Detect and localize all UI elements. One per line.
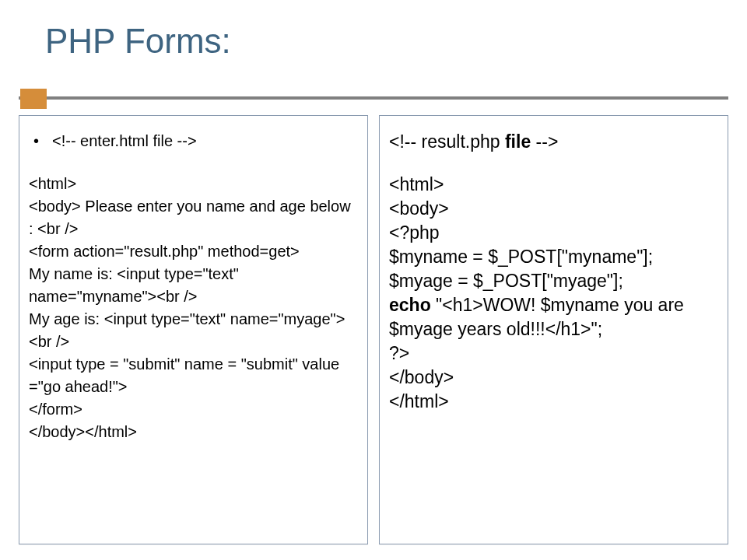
code-line: My name is: <input type="text" name="myn…: [29, 263, 358, 308]
code-line: </body>: [389, 366, 718, 390]
code-line: ?>: [389, 341, 718, 366]
code-line: <form action="result.php" method=get>: [29, 240, 358, 263]
code-line: </form>: [29, 398, 358, 421]
code-line: <input type = "submit" name = "submit" v…: [29, 353, 358, 398]
code-line: • <!-- enter.html file -->: [29, 130, 358, 152]
slide-title: PHP Forms:: [45, 22, 747, 61]
content-area: • <!-- enter.html file --> <html> <body>…: [19, 115, 728, 544]
bullet-icon: •: [29, 130, 52, 152]
code-text: file: [505, 131, 531, 152]
slide: PHP Forms: • <!-- enter.html file --> <h…: [0, 0, 747, 560]
left-code-panel: • <!-- enter.html file --> <html> <body>…: [19, 115, 368, 544]
code-line: <!-- result.php file -->: [389, 130, 718, 154]
code-line: <body> Please enter you name and age bel…: [29, 195, 358, 240]
code-line: </html>: [389, 390, 718, 414]
code-text: <!-- enter.html file -->: [52, 130, 197, 152]
code-text: echo: [389, 295, 436, 315]
code-line: $myname = $_POST["myname"];: [389, 245, 718, 269]
code-text: <!-- result.php: [389, 131, 505, 152]
divider-line: [19, 96, 728, 100]
right-code-panel: <!-- result.php file --> <html> <body> <…: [379, 115, 728, 544]
code-line: echo "<h1>WOW! $myname you are $myage ye…: [389, 293, 718, 341]
title-area: PHP Forms:: [0, 0, 747, 92]
code-line: $myage = $_POST["myage"];: [389, 269, 718, 293]
code-text: -->: [531, 131, 558, 152]
code-line: <?php: [389, 221, 718, 245]
code-line: <html>: [29, 173, 358, 195]
code-line: </body></html>: [29, 421, 358, 443]
code-line: <html>: [389, 173, 718, 197]
accent-box: [20, 89, 47, 109]
code-line: My age is: <input type="text" name="myag…: [29, 308, 358, 353]
code-line: <body>: [389, 197, 718, 221]
